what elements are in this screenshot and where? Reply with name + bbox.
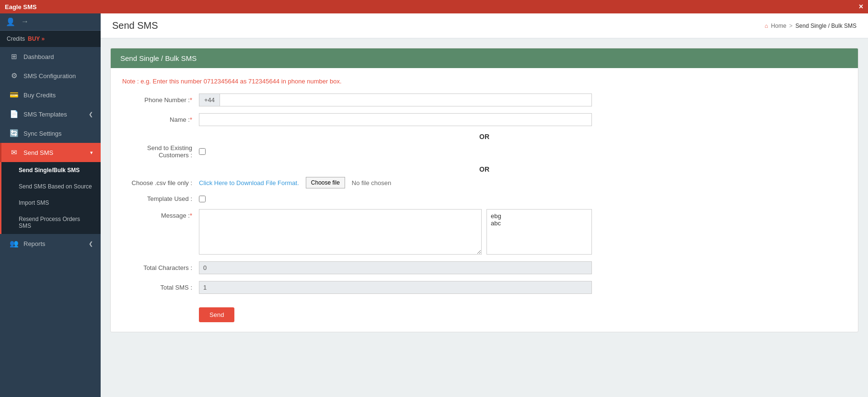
- total-sms-row: Total SMS : 1: [122, 281, 846, 294]
- phone-prefix: +44: [199, 94, 220, 106]
- content-header: Send SMS ⌂ Home > Send Single / Bulk SMS: [101, 13, 868, 38]
- page-title: Send SMS: [112, 20, 158, 31]
- credits-label: Credits: [7, 35, 25, 42]
- choose-file-button[interactable]: Choose file: [306, 177, 345, 188]
- content-area: Send SMS ⌂ Home > Send Single / Bulk SMS…: [101, 13, 868, 397]
- buy-credits-icon: 💳: [9, 91, 19, 99]
- breadcrumb-separator: >: [789, 23, 793, 29]
- message-row: Message :* ebg abc: [122, 209, 846, 255]
- close-button[interactable]: ×: [859, 2, 863, 11]
- existing-customers-row: Send to Existing Customers :: [122, 144, 846, 159]
- template-checkbox-group: [199, 196, 206, 202]
- breadcrumb-current: Send Single / Bulk SMS: [796, 23, 856, 29]
- logout-icon[interactable]: →: [21, 17, 29, 26]
- message-textarea[interactable]: [199, 209, 482, 255]
- user-icon[interactable]: 👤: [6, 17, 15, 26]
- sidebar-item-sms-templates[interactable]: 📄 SMS Templates ❮: [0, 105, 101, 124]
- sidebar-item-reports[interactable]: 👥 Reports ❮: [0, 234, 101, 253]
- sidebar-item-label: SMS Configuration: [23, 72, 76, 80]
- send-sms-icon: ✉: [9, 148, 19, 157]
- csv-label: Choose .csv file only :: [122, 179, 199, 187]
- sidebar-item-buy-credits[interactable]: 💳 Buy Credits: [0, 85, 101, 105]
- card-body: Note : e.g. Enter this number 0712345644…: [111, 68, 858, 332]
- total-sms-value: 1: [199, 281, 592, 294]
- submenu-item-import-sms[interactable]: Import SMS: [1, 195, 101, 211]
- app-title: Eagle SMS: [5, 3, 36, 11]
- file-row: Click Here to Download File Format. Choo…: [199, 177, 592, 188]
- breadcrumb: ⌂ Home > Send Single / Bulk SMS: [764, 23, 856, 29]
- submenu-item-resend-process[interactable]: Resend Process Orders SMS: [1, 211, 101, 234]
- sidebar-top-icons: 👤 →: [0, 13, 101, 31]
- chevron-down-icon: ▾: [90, 150, 93, 156]
- message-wrapper: ebg abc: [199, 209, 592, 255]
- template-row: Template Used :: [122, 195, 846, 202]
- submenu-item-send-based-source[interactable]: Send SMS Based on Source: [1, 178, 101, 195]
- sidebar-item-sync-settings[interactable]: 🔄 Sync Settings: [0, 124, 101, 143]
- main-card: Send Single / Bulk SMS Note : e.g. Enter…: [110, 48, 858, 332]
- home-icon: ⌂: [764, 23, 768, 29]
- existing-customers-checkbox[interactable]: [199, 148, 206, 155]
- sync-settings-icon: 🔄: [9, 129, 19, 138]
- message-label: Message :*: [122, 209, 199, 219]
- sidebar-item-sms-config[interactable]: ⚙ SMS Configuration: [0, 66, 101, 85]
- sidebar-item-label: Reports: [23, 240, 46, 247]
- sidebar-item-label: SMS Templates: [23, 111, 67, 118]
- csv-row: Choose .csv file only : Click Here to Do…: [122, 177, 846, 188]
- phone-input-group: +44: [199, 93, 592, 106]
- sidebar-item-label: Sync Settings: [23, 130, 62, 137]
- total-chars-label: Total Characters :: [122, 264, 199, 271]
- no-file-label: No file chosen: [352, 179, 391, 187]
- card-header: Send Single / Bulk SMS: [111, 48, 858, 68]
- existing-customers-checkbox-group: [199, 148, 206, 155]
- reports-icon: 👥: [9, 239, 19, 248]
- download-file-link[interactable]: Click Here to Download File Format.: [199, 179, 299, 187]
- sidebar-item-label: Send SMS: [23, 149, 53, 156]
- submenu-item-send-single-bulk[interactable]: Send Single/Bulk SMS: [1, 162, 101, 178]
- name-row: Name :*: [122, 113, 846, 126]
- buy-credits-link[interactable]: BUY »: [28, 35, 45, 42]
- template-checkbox[interactable]: [199, 196, 206, 202]
- dashboard-icon: ⊞: [9, 52, 19, 61]
- card-title: Send Single / Bulk SMS: [120, 54, 197, 62]
- existing-customers-label: Send to Existing Customers :: [122, 144, 199, 159]
- sidebar: 👤 → Credits BUY » ⊞ Dashboard ⚙ SMS Conf…: [0, 13, 101, 397]
- send-button[interactable]: Send: [199, 307, 234, 322]
- name-label: Name :*: [122, 116, 199, 123]
- reports-chevron-icon: ❮: [89, 241, 93, 247]
- phone-input[interactable]: [220, 94, 591, 106]
- chevron-left-icon: ❮: [89, 111, 93, 117]
- sms-config-icon: ⚙: [9, 71, 19, 80]
- total-chars-value: 0: [199, 261, 592, 274]
- sidebar-item-send-sms[interactable]: ✉ Send SMS ▾: [0, 143, 101, 162]
- breadcrumb-home[interactable]: Home: [771, 23, 787, 29]
- total-sms-label: Total SMS :: [122, 284, 199, 291]
- or-divider-2: OR: [122, 165, 846, 173]
- message-preview: ebg abc: [486, 209, 592, 255]
- sidebar-item-label: Dashboard: [23, 53, 54, 60]
- phone-row: Phone Number :* +44: [122, 93, 846, 106]
- content-body: Send Single / Bulk SMS Note : e.g. Enter…: [101, 38, 868, 397]
- name-input[interactable]: [199, 113, 592, 126]
- or-divider-1: OR: [122, 133, 846, 140]
- top-bar: Eagle SMS ×: [0, 0, 868, 13]
- sidebar-item-dashboard[interactable]: ⊞ Dashboard: [0, 47, 101, 66]
- send-sms-submenu: Send Single/Bulk SMS Send SMS Based on S…: [0, 162, 101, 234]
- sidebar-item-label: Buy Credits: [23, 92, 56, 99]
- form-note: Note : e.g. Enter this number 0712345644…: [122, 78, 846, 85]
- phone-label: Phone Number :*: [122, 96, 199, 104]
- sms-templates-icon: 📄: [9, 110, 19, 118]
- template-label: Template Used :: [122, 195, 199, 202]
- credits-section: Credits BUY »: [0, 31, 101, 47]
- total-chars-row: Total Characters : 0: [122, 261, 846, 274]
